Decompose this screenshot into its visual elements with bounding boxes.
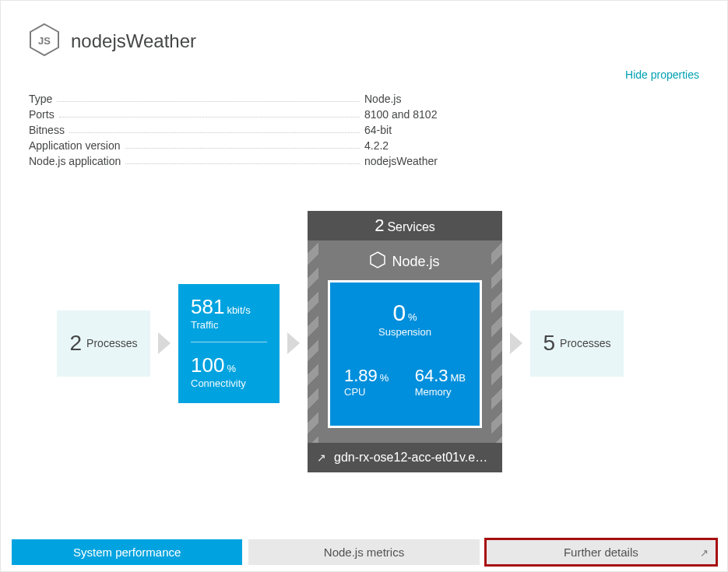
nodejs-hex-icon: JS <box>29 23 60 60</box>
properties-table: Type Node.js Ports 8100 and 8102 Bitness… <box>29 93 699 167</box>
arrow-right-icon <box>158 332 171 354</box>
cpu-value: 1.89 <box>344 366 378 385</box>
traffic-label: Traffic <box>191 319 267 331</box>
suspension-value: 0 <box>392 300 406 325</box>
services-header: 2Services <box>308 211 502 240</box>
svg-marker-2 <box>371 252 385 268</box>
suspension-unit: % <box>408 311 417 323</box>
connectivity-label: Connectivity <box>191 377 267 389</box>
connectivity-unit: % <box>227 363 236 374</box>
property-label: Type <box>29 93 52 105</box>
svg-text:JS: JS <box>38 35 51 47</box>
hide-properties-link[interactable]: Hide properties <box>625 68 699 81</box>
app-title: nodejsWeather <box>71 30 196 52</box>
external-link-icon: ↗ <box>700 546 709 558</box>
stripe-decoration <box>308 240 318 443</box>
node-title: Node.js <box>392 254 439 270</box>
nodejs-small-icon <box>370 251 385 272</box>
tab-system-performance[interactable]: System performance <box>12 539 242 565</box>
property-label: Ports <box>29 108 55 121</box>
cpu-unit: % <box>380 372 389 384</box>
property-divider <box>125 163 360 164</box>
property-value: 8100 and 8102 <box>364 108 699 121</box>
host-name: gdn-rx-ose12-acc-et01v.e… <box>334 451 487 465</box>
node-card[interactable]: 2Services Node.js 0% Suspension <box>308 211 502 475</box>
page-header: JS nodejsWeather <box>29 23 699 60</box>
connectivity-value: 100 <box>191 353 224 377</box>
node-title-row: Node.js <box>317 248 493 280</box>
memory-unit: MB <box>451 372 466 384</box>
property-row: Bitness 64-bit <box>29 124 699 136</box>
suspension-label: Suspension <box>344 326 466 338</box>
tab-nodejs-metrics[interactable]: Node.js metrics <box>248 539 479 565</box>
traffic-tile[interactable]: 581kbit/s Traffic 100% Connectivity <box>178 284 280 403</box>
property-label: Bitness <box>29 124 65 136</box>
left-processes-count: 2 <box>70 331 83 356</box>
arrow-right-icon <box>510 332 522 354</box>
left-processes-label: Processes <box>86 337 137 349</box>
property-divider <box>57 101 360 102</box>
property-divider <box>69 132 360 133</box>
right-processes-label: Processes <box>560 337 610 349</box>
left-processes-tile[interactable]: 2 Processes <box>57 311 150 377</box>
property-value: Node.js <box>364 93 699 105</box>
tab-further-details[interactable]: Further details ↗ <box>486 539 716 565</box>
external-link-icon: ↗ <box>317 451 326 464</box>
services-count: 2 <box>375 216 384 235</box>
property-divider <box>125 148 360 149</box>
hide-properties-row: Hide properties <box>29 68 699 82</box>
memory-label: Memory <box>415 386 466 398</box>
traffic-unit: kbit/s <box>227 304 250 316</box>
right-processes-count: 5 <box>543 331 556 356</box>
node-metrics-panel: 0% Suspension 1.89% CPU <box>328 280 482 428</box>
process-flow: 2 Processes 581kbit/s Traffic 100% Conne… <box>29 211 699 475</box>
right-processes-tile[interactable]: 5 Processes <box>530 311 624 377</box>
services-label: Services <box>387 220 434 233</box>
property-label: Node.js application <box>29 155 121 167</box>
node-card-body: Node.js 0% Suspension 1.89% <box>308 240 502 443</box>
property-row: Type Node.js <box>29 93 699 105</box>
tab-further-details-label: Further details <box>564 546 638 559</box>
property-row: Node.js application nodejsWeather <box>29 155 699 167</box>
property-value: 4.2.2 <box>364 139 699 152</box>
stripe-decoration <box>491 240 502 443</box>
property-row: Ports 8100 and 8102 <box>29 108 699 121</box>
property-row: Application version 4.2.2 <box>29 139 699 152</box>
property-label: Application version <box>29 139 121 152</box>
property-divider <box>59 117 360 118</box>
host-footer[interactable]: ↗ gdn-rx-ose12-acc-et01v.e… <box>308 443 502 472</box>
cpu-label: CPU <box>344 386 389 398</box>
property-value: nodejsWeather <box>364 155 699 167</box>
tile-divider <box>191 342 267 342</box>
memory-value: 64.3 <box>415 366 448 385</box>
tabs-row: System performance Node.js metrics Furth… <box>12 539 716 565</box>
property-value: 64-bit <box>364 124 699 136</box>
arrow-right-icon <box>287 332 300 354</box>
traffic-value: 581 <box>191 295 224 318</box>
